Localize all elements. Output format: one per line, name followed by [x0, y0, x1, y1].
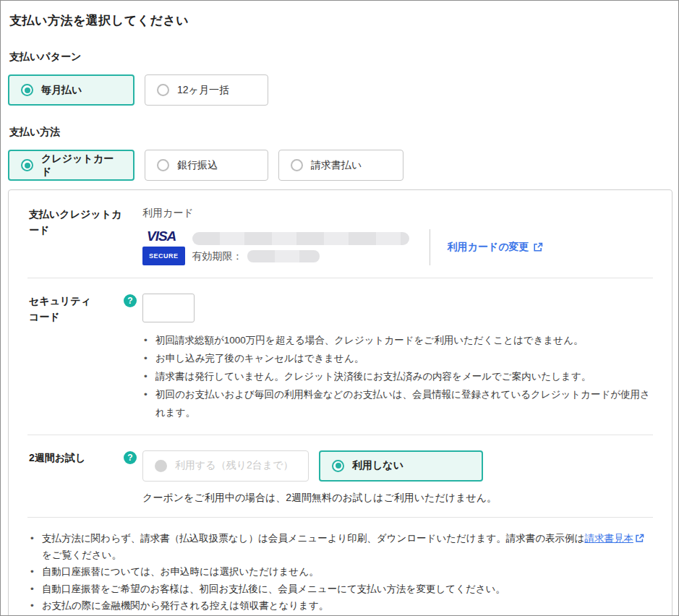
- payment-pattern-options: 毎月払い 12ヶ月一括: [8, 74, 672, 106]
- security-code-row-label: セキュリティコード: [29, 294, 98, 325]
- security-code-input[interactable]: [142, 294, 195, 322]
- radio-unselected-icon: [291, 159, 303, 171]
- pattern-option-12months-label: 12ヶ月一括: [177, 84, 229, 97]
- note-item: お申し込み完了後のキャンセルはできません。: [142, 350, 653, 368]
- help-icon[interactable]: ?: [124, 451, 137, 464]
- card-number-blurred: [192, 232, 409, 245]
- payment-method-options: クレジットカード 銀行振込 請求書払い: [8, 150, 672, 181]
- note-item: 自動口座振替については、お申込時には選択いただけません。: [29, 563, 653, 580]
- footer-notes-list: 支払方法に関わらず、請求書（払込取扱票なし）は会員メニューより印刷、ダウンロード…: [29, 530, 653, 616]
- radio-unselected-icon: [157, 84, 169, 96]
- credit-card-row-label-cell: 支払いクレジットカード: [29, 207, 142, 265]
- divider-vertical: [430, 229, 430, 265]
- note-item: 請求書は発行していません。クレジット決済後にお支払済みの内容をメールでご案内いた…: [142, 368, 653, 386]
- trial-row: 2週間お試し ? 利用する（残り2台まで） 利用しない クーポンをご利用中の場合…: [27, 435, 653, 518]
- credit-card-notes-list: 初回請求総額が1000万円を超える場合、クレジットカードをご利用いただくことはで…: [142, 332, 653, 422]
- expiry-blurred: [247, 250, 320, 262]
- trial-option-not-use[interactable]: 利用しない: [319, 450, 483, 482]
- card-in-use-label: 利用カード: [142, 207, 653, 220]
- note-item: 初回のお支払いおよび毎回の利用料金などのお支払いは、会員情報に登録されているクレ…: [142, 386, 653, 422]
- method-option-bank-transfer-label: 銀行振込: [177, 159, 218, 172]
- method-option-credit-card[interactable]: クレジットカード: [8, 150, 134, 181]
- method-option-credit-card-label: クレジットカード: [41, 153, 121, 179]
- trial-options: 利用する（残り2台まで） 利用しない: [142, 450, 653, 482]
- note-item-with-link: 支払方法に関わらず、請求書（払込取扱票なし）は会員メニューより印刷、ダウンロード…: [29, 530, 653, 563]
- credit-card-detail-panel: 支払いクレジットカード 利用カード VISA SECURE 有効期限：: [8, 189, 672, 616]
- pattern-option-monthly[interactable]: 毎月払い: [8, 74, 134, 106]
- pattern-option-monthly-label: 毎月払い: [41, 84, 82, 97]
- credit-card-row-content: 利用カード VISA SECURE 有効期限：: [142, 207, 653, 265]
- method-option-bank-transfer[interactable]: 銀行振込: [145, 150, 268, 181]
- trial-option-use: 利用する（残り2台まで）: [142, 450, 309, 482]
- note-item: お支払の際に金融機関から発行される控えは領収書となります。: [29, 597, 653, 614]
- card-info: 有効期限：: [192, 232, 409, 263]
- trial-content: 利用する（残り2台まで） 利用しない クーポンをご利用中の場合は、2週間無料のお…: [142, 450, 653, 505]
- card-block: VISA SECURE 有効期限： 利用カードの変更: [142, 229, 653, 265]
- radio-selected-icon: [21, 84, 33, 96]
- radio-selected-icon: [332, 460, 344, 472]
- footer-note-post: をご覧ください。: [42, 549, 121, 560]
- security-code-content: 初回請求総額が1000万円を超える場合、クレジットカードをご利用いただくことはで…: [142, 294, 653, 422]
- trial-label-cell: 2週間お試し ?: [29, 450, 142, 505]
- external-link-icon: [533, 242, 543, 252]
- trial-option-use-label: 利用する（残り2台まで）: [175, 459, 293, 472]
- security-code-row: セキュリティコード ? 初回請求総額が1000万円を超える場合、クレジットカード…: [27, 278, 653, 435]
- trial-option-not-use-label: 利用しない: [352, 459, 403, 472]
- footer-notes-row: 支払方法に関わらず、請求書（払込取扱票なし）は会員メニューより印刷、ダウンロード…: [27, 518, 653, 616]
- change-card-link[interactable]: 利用カードの変更: [448, 241, 543, 254]
- payment-pattern-label: 支払いパターン: [9, 51, 672, 64]
- note-item: 初回請求総額が1000万円を超える場合、クレジットカードをご利用いただくことはで…: [142, 332, 653, 350]
- change-card-link-label: 利用カードの変更: [448, 241, 529, 254]
- expiry-label: 有効期限：: [192, 250, 243, 263]
- note-item: 自動口座振替をご希望のお客様は、初回お支払後に、会員メニューにて支払い方法を変更…: [29, 581, 653, 597]
- visa-logo: VISA SECURE: [142, 229, 185, 265]
- payment-selection-page: 支払い方法を選択してください 支払いパターン 毎月払い 12ヶ月一括 支払い方法…: [0, 0, 679, 616]
- pattern-option-12months[interactable]: 12ヶ月一括: [145, 74, 268, 106]
- radio-unselected-icon: [157, 159, 169, 171]
- credit-card-row-label: 支払いクレジットカード: [29, 207, 123, 238]
- radio-selected-icon: [21, 159, 33, 171]
- visa-wordmark: VISA: [147, 229, 176, 243]
- visa-secure-badge: SECURE: [142, 247, 185, 265]
- payment-method-label: 支払い方法: [9, 126, 672, 139]
- expiry-line: 有効期限：: [192, 250, 409, 263]
- footer-note-pre: 支払方法に関わらず、請求書（払込取扱票なし）は会員メニューより印刷、ダウンロード…: [42, 533, 584, 544]
- security-code-label-cell: セキュリティコード ?: [29, 294, 142, 422]
- method-option-invoice[interactable]: 請求書払い: [278, 150, 403, 181]
- external-link-icon: [635, 534, 644, 543]
- radio-disabled-icon: [155, 460, 167, 472]
- page-title: 支払い方法を選択してください: [9, 12, 672, 29]
- credit-card-row: 支払いクレジットカード 利用カード VISA SECURE 有効期限：: [27, 192, 653, 278]
- trial-row-label: 2週間お試し: [29, 450, 85, 466]
- trial-coupon-note: クーポンをご利用中の場合は、2週間無料のお試しはご利用いただけません。: [142, 492, 653, 505]
- invoice-sample-link[interactable]: 請求書見本: [584, 533, 633, 544]
- method-option-invoice-label: 請求書払い: [311, 159, 362, 172]
- help-icon[interactable]: ?: [124, 294, 137, 307]
